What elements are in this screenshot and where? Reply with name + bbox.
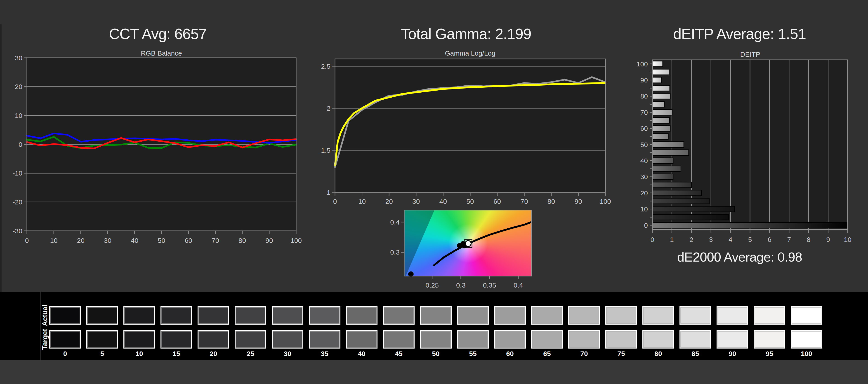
gamma-x-axis-label: 0 xyxy=(333,198,337,205)
grayscale-level-label: 75 xyxy=(604,350,638,358)
grayscale-swatch-actual-25 xyxy=(235,306,266,325)
deitp-y-axis-label: 70 xyxy=(640,109,648,116)
grayscale-swatch-target-65 xyxy=(531,330,563,349)
grayscale-swatch-target-80 xyxy=(643,330,674,349)
cie-white-point xyxy=(465,241,471,247)
gamma-y-axis-label: 1 xyxy=(327,189,331,196)
cie-y-axis-label: 0.3 xyxy=(390,249,400,256)
rgb-y-axis-label: -10 xyxy=(13,169,22,177)
deitp-x-axis-label: 5 xyxy=(748,236,752,243)
grayscale-swatch-target-95 xyxy=(754,330,785,349)
deitp-bar-20 xyxy=(653,190,702,196)
grayscale-level-label: 100 xyxy=(790,350,823,358)
gamma-x-axis-label: 100 xyxy=(600,198,611,205)
deitp-x-axis-label: 9 xyxy=(826,236,830,243)
deitp-x-axis-label: 7 xyxy=(787,236,791,243)
grayscale-level-label: 65 xyxy=(530,350,564,358)
rgb-y-axis-label: 0 xyxy=(19,141,22,148)
gamma-x-axis-label: 30 xyxy=(412,198,420,205)
grayscale-swatch-target-90 xyxy=(717,330,748,349)
grayscale-swatch-target-85 xyxy=(680,330,711,349)
grayscale-swatch-actual-65 xyxy=(531,306,563,325)
rgb-x-axis-label: 70 xyxy=(212,237,219,244)
below-strip-band xyxy=(0,360,868,384)
grayscale-swatch-actual-55 xyxy=(457,306,489,325)
rgb-x-axis-label: 0 xyxy=(25,237,29,244)
deitp-x-axis-label: 10 xyxy=(844,236,851,243)
grayscale-swatch-target-10 xyxy=(123,330,155,349)
grayscale-swatch-target-45 xyxy=(383,330,414,349)
grayscale-level-label: 50 xyxy=(419,350,453,358)
gamma-x-axis-label: 10 xyxy=(358,198,366,205)
deitp-y-axis-label: 30 xyxy=(640,173,648,181)
deitp-bar-10 xyxy=(653,206,735,212)
deitp-bar-5 xyxy=(653,214,729,220)
deitp-bar-25 xyxy=(653,182,692,188)
rgb-x-axis-label: 10 xyxy=(50,237,57,244)
grayscale-swatch-actual-80 xyxy=(643,306,674,325)
deitp-x-axis-label: 0 xyxy=(651,236,654,243)
grayscale-swatch-target-60 xyxy=(494,330,526,349)
calibration-report-screen: CCT Avg: 6657 Total Gamma: 2.199 dEITP A… xyxy=(0,0,868,384)
gamma-x-axis-label: 90 xyxy=(575,198,582,205)
deitp-bar-100 xyxy=(653,61,663,67)
grayscale-level-label: 45 xyxy=(382,350,415,358)
cie-y-axis-label: 0.4 xyxy=(390,218,400,226)
grayscale-level-label: 5 xyxy=(86,350,119,358)
grayscale-swatch-actual-95 xyxy=(754,306,785,325)
deitp-bar-90 xyxy=(653,77,661,83)
deitp-y-axis-label: 40 xyxy=(640,157,648,164)
rgb-x-axis-label: 40 xyxy=(131,237,138,244)
grayscale-swatch-target-70 xyxy=(568,330,600,349)
grayscale-swatch-actual-10 xyxy=(123,306,155,325)
grayscale-level-label: 55 xyxy=(456,350,490,358)
deitp-x-axis-label: 3 xyxy=(709,236,713,243)
grayscale-level-label: 40 xyxy=(345,350,378,358)
deitp-x-axis-label: 4 xyxy=(728,236,733,243)
rgb-y-axis-label: 20 xyxy=(15,83,22,90)
grayscale-swatch-actual-20 xyxy=(197,306,229,325)
rgb-x-axis-label: 100 xyxy=(290,237,302,244)
deitp-bar-60 xyxy=(653,126,670,131)
gamma-x-axis-label: 50 xyxy=(466,198,474,205)
cie-x-axis-label: 0.4 xyxy=(514,282,523,289)
deitp-bar-0 xyxy=(653,223,848,228)
rgb-y-axis-label: 10 xyxy=(15,112,22,119)
rgb-x-axis-label: 50 xyxy=(158,237,165,244)
grayscale-swatch-actual-50 xyxy=(420,306,452,325)
grayscale-swatch-target-30 xyxy=(272,330,303,349)
deitp-y-axis-label: 10 xyxy=(640,205,648,213)
deitp-bar-50 xyxy=(653,142,684,148)
grayscale-swatch-actual-40 xyxy=(346,306,377,325)
gamma-x-axis-label: 70 xyxy=(521,198,528,205)
deitp-y-axis-label: 20 xyxy=(640,189,648,197)
cie-x-axis-label: 0.3 xyxy=(456,282,466,289)
grayscale-swatch-actual-30 xyxy=(272,306,303,325)
grayscale-swatch-target-20 xyxy=(197,330,229,349)
grayscale-swatch-target-55 xyxy=(457,330,489,349)
cie-planckian-locus xyxy=(434,222,531,265)
grayscale-level-label: 0 xyxy=(49,350,82,358)
grayscale-swatch-target-100 xyxy=(791,330,822,349)
deitp-bar-75 xyxy=(653,101,664,107)
grayscale-strip: Actual Target 05101520253035404550556065… xyxy=(0,292,868,360)
grayscale-swatch-actual-100 xyxy=(791,306,822,325)
grayscale-level-label: 35 xyxy=(308,350,341,358)
grayscale-level-label: 95 xyxy=(753,350,786,358)
deitp-bar-15 xyxy=(653,198,709,204)
grayscale-swatch-actual-60 xyxy=(494,306,526,325)
gamma-y-axis-label: 1.5 xyxy=(321,147,331,154)
rgb-x-axis-label: 60 xyxy=(185,237,192,244)
deitp-y-axis-label: 100 xyxy=(637,60,648,68)
grayscale-level-label: 10 xyxy=(123,350,156,358)
grayscale-swatch-target-35 xyxy=(309,330,340,349)
deitp-bar-55 xyxy=(653,134,668,139)
gamma-y-axis-label: 2.5 xyxy=(321,63,331,70)
deitp-bar-80 xyxy=(653,93,670,99)
deitp-bar-70 xyxy=(653,109,672,115)
deitp-bar-30 xyxy=(653,174,673,180)
gamma-y-axis-label: 2 xyxy=(327,104,331,112)
grayscale-swatch-actual-70 xyxy=(568,306,600,325)
gamma-x-axis-label: 40 xyxy=(439,198,447,205)
strip-row-label-target: Target xyxy=(40,321,50,357)
